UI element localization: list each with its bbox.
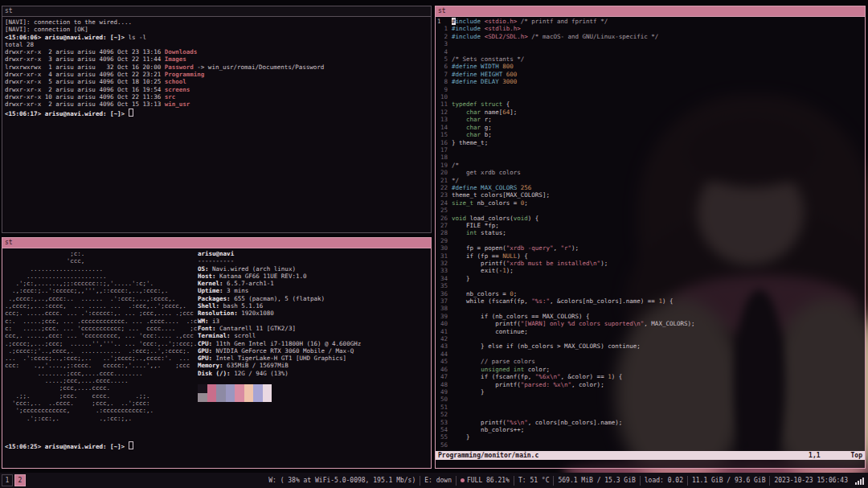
fetch-entry: OS: Navi.wired (arch linux) <box>198 265 361 273</box>
code-line: 5/* Sets constants */ <box>437 55 865 63</box>
line-number: 47 <box>437 373 448 380</box>
code-line: 46 unsigned int color; <box>437 366 865 373</box>
text-segment: void <box>514 215 528 222</box>
text-segment: Intel TigerLake-H GT1 [UHD Graphics] <box>212 355 346 362</box>
code-line: 34 } <box>437 275 865 282</box>
text-segment: bash 5.1.16 <box>219 302 263 310</box>
vim-statusline: Programming/monitor/main.c 1,1 Top <box>436 451 865 460</box>
terminal-color-palette <box>198 384 361 402</box>
code-line: 21*/ <box>437 177 865 184</box>
color-swatch <box>226 384 235 393</box>
color-swatch <box>263 384 272 393</box>
workspace-button-1[interactable]: 1 <box>2 474 13 486</box>
fetch-entry: GPU: NVIDIA GeForce RTX 3060 Mobile / Ma… <box>198 347 361 355</box>
text-segment: #include <box>452 33 481 40</box>
line-number: 32 <box>437 260 448 267</box>
code-line: 30 fp = popen("xrdb -query", "r"); <box>437 244 865 252</box>
line-number: 25 <box>437 207 448 214</box>
text-segment: color; <box>524 366 550 373</box>
text-segment <box>452 366 481 373</box>
terminal-output[interactable]: [NAVI]: connection to the wired....[NAVI… <box>2 17 431 232</box>
text-segment: , MAX_COLORS); <box>644 320 694 327</box>
vim-buffer[interactable]: 1#include <stdio.h> /* printf and fprint… <box>436 17 865 451</box>
vim-scroll-indicator: Top <box>851 452 862 459</box>
text-segment: fp = popen( <box>452 244 506 252</box>
terminal-output[interactable]: ;c:. 'ccc, .................... ........… <box>2 248 431 468</box>
text-segment: /* printf and fprintf */ <box>521 18 608 25</box>
text-segment: "xrdb must be installed\n" <box>506 260 600 267</box>
line-number: 5 <box>437 55 448 63</box>
text-segment: , colors[nb_colors].name); <box>528 419 622 426</box>
vim-editor[interactable]: 1#include <stdio.h> /* printf and fprint… <box>436 17 865 468</box>
shell-prompt[interactable]: <15:06:25> arisu@navi.wired: [~]> <box>5 441 133 450</box>
terminal-line: [NAVI]: connection to the wired.... <box>5 18 431 26</box>
color-swatch <box>253 384 263 393</box>
text-segment: char <box>466 131 481 138</box>
text-segment: , color); <box>571 381 604 388</box>
line-number: 14 <box>437 124 448 131</box>
text-segment: int <box>466 229 477 236</box>
workspace-switcher: 12 <box>0 474 26 486</box>
fetch-entry: Disk (/): 12G / 94G (13%) <box>198 370 361 377</box>
text-segment: drwxr-xr-x 10 arisu arisu 4096 Oct 22 11… <box>5 93 165 100</box>
text-cursor <box>129 109 133 117</box>
text-segment: Host: <box>198 273 216 280</box>
code-line: 23theme_t colors[MAX_COLORS]; <box>437 191 865 199</box>
terminal-window-shell[interactable]: st [NAVI]: connection to the wired....[N… <box>2 6 432 233</box>
terminal-window-vim[interactable]: st 1#include <stdio.h> /* printf and fpr… <box>435 6 866 469</box>
line-number: 8 <box>437 78 448 85</box>
text-segment: r; <box>481 116 492 123</box>
text-segment: Packages: <box>198 295 231 302</box>
line-number: 19 <box>437 162 448 169</box>
text-segment: OS: <box>198 265 209 273</box>
line-number: 15 <box>437 131 448 138</box>
text-segment: #define HEIGHT <box>452 71 506 78</box>
line-number: 4 <box>437 48 448 55</box>
text-segment: ---------- <box>198 257 234 265</box>
fetch-entry: Resolution: 1920x1080 <box>198 310 361 317</box>
text-segment: <stdlib.h> <box>485 25 521 32</box>
text-segment: 12G / 94G (13%) <box>231 370 289 377</box>
text-segment: i3 <box>209 318 220 325</box>
workspace-button-2[interactable]: 2 <box>14 474 26 486</box>
text-segment: 6.5.7-arch1-1 <box>223 280 274 287</box>
text-segment: NULL <box>502 252 517 260</box>
line-number: 6 <box>437 63 448 70</box>
terminal-line: drwxr-xr-x 2 arisu arisu 4096 Oct 15 13:… <box>5 100 431 108</box>
terminal-window-neofetch[interactable]: st ;c:. 'ccc, .................... .....… <box>2 237 432 469</box>
line-number: 16 <box>437 139 448 146</box>
text-segment: typedef struct <box>452 100 502 108</box>
text-segment: */ <box>452 177 459 184</box>
fetch-underline: ---------- <box>198 257 361 265</box>
line-number: 20 <box>437 169 448 176</box>
window-titlebar[interactable]: st <box>2 238 431 248</box>
text-segment: Kernel: <box>198 280 223 287</box>
text-segment: ]; <box>510 109 517 116</box>
text-segment: #define MAX_COLORS <box>452 184 521 191</box>
line-number: 12 <box>437 109 448 116</box>
code-line: 35 <box>437 282 865 289</box>
line-number: 38 <box>437 305 448 312</box>
window-titlebar[interactable]: st <box>2 6 431 17</box>
line-number: 49 <box>437 388 448 396</box>
text-segment: 655 (pacman), 5 (flatpak) <box>231 295 325 302</box>
line-number: 17 <box>437 146 448 154</box>
line-number: 53 <box>437 419 448 426</box>
line-number: 31 <box>437 252 448 260</box>
line-number: 40 <box>437 320 448 327</box>
code-line: 39 if (nb_colors == MAX_COLORS) { <box>437 313 865 320</box>
code-line: 26void load_colors(void) { <box>437 215 865 222</box>
battery-dot-icon <box>461 478 465 482</box>
line-number: 55 <box>437 433 448 441</box>
text-segment: school <box>165 78 186 85</box>
text-segment <box>452 116 466 123</box>
text-segment: Programming <box>165 71 205 78</box>
color-swatch <box>235 393 244 402</box>
code-line: 50 <box>437 396 865 403</box>
text-segment: arisu@navi <box>198 250 234 257</box>
vim-command-line[interactable] <box>436 460 865 468</box>
text-segment: ); <box>506 267 514 274</box>
color-swatch <box>207 393 217 402</box>
code-line: 36 nb_colors = 0; <box>437 290 865 297</box>
window-titlebar[interactable]: st <box>436 6 865 17</box>
